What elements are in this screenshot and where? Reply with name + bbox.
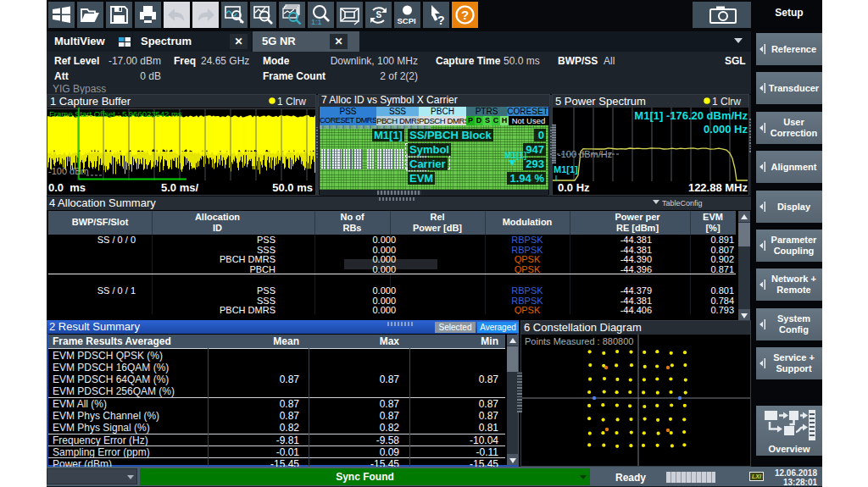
svg-text:-100 dBm/Hz: -100 dBm/Hz — [558, 149, 612, 159]
svg-text:-100 dBm: -100 dBm — [48, 166, 89, 176]
svg-text:1:1: 1:1 — [311, 18, 322, 26]
svg-text:?: ? — [461, 8, 469, 22]
svg-text:Frame Start Offset : 5.9660235: Frame Start Offset : 5.966023542 ms — [49, 109, 182, 119]
svg-text:SCPI: SCPI — [398, 16, 416, 25]
svg-text:?: ? — [437, 14, 445, 27]
svg-text:S: S — [376, 10, 382, 19]
svg-text:M1[1]: M1[1] — [554, 164, 578, 174]
